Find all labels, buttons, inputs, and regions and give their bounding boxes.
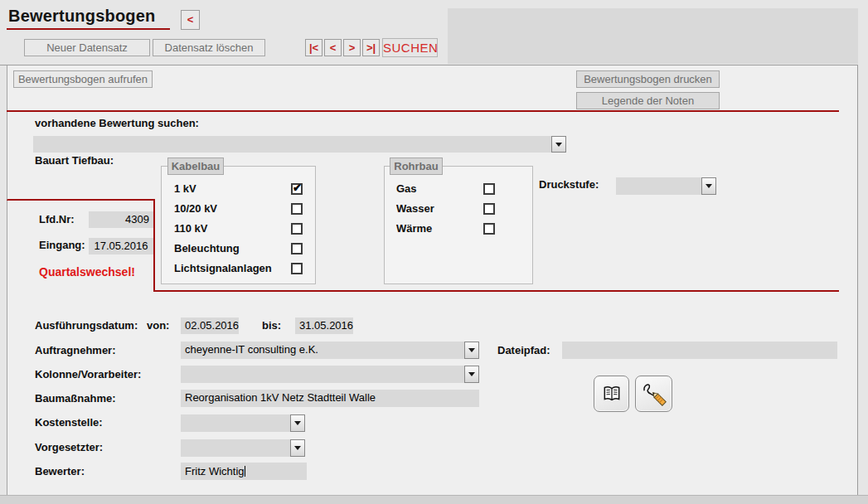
- bewerter-field[interactable]: Fritz Wichtig: [181, 463, 307, 480]
- title-underline: [7, 28, 170, 30]
- nav-next-record-button[interactable]: >: [343, 39, 361, 56]
- page-title: Bewertungsbogen: [8, 7, 155, 26]
- bauart-tiefbau-label: Bauart Tiefbau:: [35, 154, 114, 167]
- chevron-down-icon[interactable]: [290, 414, 305, 432]
- kabelbau-option-label: Lichtsignalanlagen: [174, 262, 272, 274]
- print-evaluation-form-button[interactable]: Bewertungsbogen drucken: [576, 70, 720, 88]
- auftragnehmer-label: Auftragnehmer:: [35, 344, 116, 356]
- rohrbau-group-title: Rohrbau: [390, 158, 443, 175]
- ausfuehrungsdatum-label: Ausführungsdatum:: [35, 319, 138, 332]
- lfdnr-field[interactable]: 4309: [89, 211, 153, 228]
- open-evaluation-form-button[interactable]: Bewertungsbogen aufrufen: [13, 70, 153, 88]
- kostenstelle-label: Kostenstelle:: [35, 416, 103, 429]
- checkbox-gas[interactable]: [483, 183, 495, 195]
- report-book-button[interactable]: [594, 376, 629, 412]
- checkbox-wasser[interactable]: [483, 203, 495, 215]
- checkbox-waerme[interactable]: [483, 223, 495, 235]
- von-value: 02.05.2016: [185, 319, 239, 332]
- chevron-down-icon[interactable]: [551, 136, 566, 153]
- eingang-label: Eingang:: [39, 239, 85, 251]
- baumassnahme-label: Baumaßnahme:: [35, 392, 116, 405]
- druckstufe-dropdown[interactable]: [616, 177, 716, 195]
- search-button[interactable]: SUCHEN: [382, 38, 438, 57]
- nav-first-record-button[interactable]: |<: [305, 39, 322, 56]
- kolonne-vorarbeiter-dropdown[interactable]: [181, 366, 479, 383]
- ausfuehrung-bis-field[interactable]: 31.05.2016: [295, 317, 353, 334]
- kolonne-vorarbeiter-label: Kolonne/Vorarbeiter:: [35, 368, 141, 380]
- new-record-button[interactable]: Neuer Datensatz: [24, 39, 150, 56]
- checkbox-1kv[interactable]: [291, 183, 303, 195]
- baumassnahme-value: Reorganisation 1kV Netz Stadtteil Walle: [185, 391, 376, 404]
- delete-record-button[interactable]: Datensatz löschen: [153, 39, 265, 56]
- bis-label: bis:: [262, 319, 281, 332]
- kostenstelle-dropdown[interactable]: [181, 414, 305, 432]
- lfdnr-value: 4309: [125, 213, 149, 225]
- dateipfad-field[interactable]: [562, 342, 837, 359]
- kabelbau-option-label: Beleuchtung: [174, 242, 240, 254]
- kabelbau-group-title: Kabelbau: [167, 158, 224, 175]
- von-label: von:: [147, 319, 169, 332]
- rohrbau-option-label: Wasser: [396, 202, 434, 215]
- chevron-down-icon[interactable]: [701, 177, 716, 195]
- kabelbau-option-label: 10/20 kV: [174, 202, 217, 215]
- bis-value: 31.05.2016: [299, 319, 353, 332]
- chevron-down-icon[interactable]: [290, 439, 305, 457]
- checkbox-10-20kv[interactable]: [291, 203, 303, 215]
- collapse-back-button[interactable]: <: [181, 10, 200, 30]
- auftragnehmer-dropdown[interactable]: cheyenne-IT consulting e.K.: [181, 342, 479, 359]
- bewerter-value: Fritz Wichtig: [185, 465, 245, 477]
- vorgesetzter-dropdown[interactable]: [181, 439, 305, 457]
- baumassnahme-field[interactable]: Reorganisation 1kV Netz Stadtteil Walle: [181, 390, 479, 407]
- chevron-down-icon[interactable]: [464, 366, 479, 383]
- existing-evaluation-search-label: vorhandene Bewertung suchen:: [35, 117, 199, 129]
- dateipfad-label: Dateipfad:: [497, 344, 550, 356]
- rohrbau-option-label: Gas: [396, 182, 417, 195]
- grade-legend-button[interactable]: Legende der Noten: [576, 92, 720, 109]
- nav-last-record-button[interactable]: >|: [362, 39, 380, 56]
- eingang-field[interactable]: 17.05.2016: [89, 238, 153, 254]
- checkbox-beleuchtung[interactable]: [291, 243, 303, 254]
- druckstufe-label: Druckstufe:: [539, 178, 599, 191]
- chevron-down-icon[interactable]: [464, 342, 479, 359]
- rohrbau-option-label: Wärme: [396, 222, 432, 235]
- eingang-value: 17.05.2016: [94, 240, 148, 252]
- checkbox-110kv[interactable]: [291, 223, 303, 235]
- kabelbau-option-label: 110 kV: [174, 222, 208, 235]
- auftragnehmer-value: cheyenne-IT consulting e.K.: [185, 342, 463, 358]
- kabelbau-option-label: 1 kV: [174, 182, 196, 195]
- header-spacer-rect: [448, 8, 858, 64]
- vorgesetzter-label: Vorgesetzter:: [35, 441, 103, 453]
- nav-previous-record-button[interactable]: <: [324, 39, 342, 56]
- quartalswechsel-warning: Quartalswechsel!: [39, 265, 135, 279]
- ausfuehrung-von-field[interactable]: 02.05.2016: [181, 317, 239, 334]
- existing-evaluation-dropdown[interactable]: [33, 136, 566, 153]
- record-tab-top-line: [7, 199, 155, 201]
- checkbox-lichtsignalanlagen[interactable]: [291, 263, 303, 274]
- window-bottom-edge: [0, 495, 868, 504]
- bewerter-label: Bewerter:: [35, 465, 85, 477]
- text-caret: [245, 466, 245, 477]
- lfdnr-label: Lfd.Nr:: [39, 213, 75, 225]
- record-tab-vertical-line: [153, 199, 155, 292]
- record-tab-bottom-line: [153, 290, 839, 292]
- signature-button[interactable]: [635, 376, 672, 412]
- header-divider-line: [7, 110, 839, 112]
